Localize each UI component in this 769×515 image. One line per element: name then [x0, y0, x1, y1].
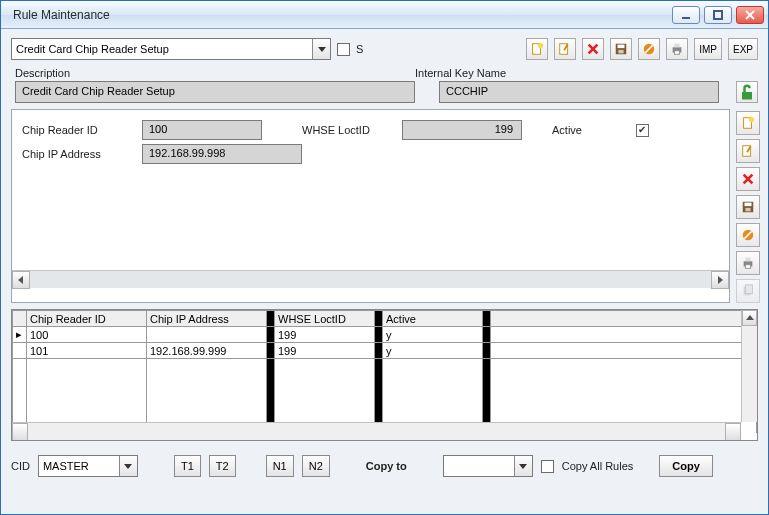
copy-all-label: Copy All Rules — [562, 460, 634, 472]
svg-rect-13 — [618, 45, 625, 49]
dropdown-icon[interactable] — [119, 456, 137, 476]
description-label: Description — [15, 67, 415, 79]
svg-point-7 — [538, 43, 543, 48]
svg-point-24 — [749, 117, 754, 122]
scroll-right-icon[interactable] — [711, 271, 729, 289]
svg-rect-38 — [745, 285, 752, 294]
n1-button[interactable]: N1 — [266, 455, 294, 477]
side-toolbar — [736, 109, 762, 303]
copy-all-checkbox[interactable] — [541, 460, 554, 473]
svg-rect-36 — [745, 265, 750, 269]
chip-ip-input[interactable]: 192.168.99.998 — [142, 144, 302, 164]
cid-label: CID — [11, 460, 30, 472]
cell-chip-ip[interactable]: 192.168.99.998 — [147, 327, 267, 343]
svg-rect-19 — [675, 51, 680, 55]
new-button[interactable] — [526, 38, 548, 60]
rule-select-value: Credit Card Chip Reader Setup — [12, 43, 312, 55]
svg-rect-14 — [619, 50, 624, 54]
print-button[interactable] — [666, 38, 688, 60]
cid-select[interactable]: MASTER — [38, 455, 138, 477]
rules-grid[interactable]: Chip Reader ID Chip IP Address WHSE Loct… — [11, 309, 758, 441]
cell-active[interactable]: y — [383, 327, 483, 343]
cell-whse-loctid[interactable]: 199 — [275, 343, 375, 359]
cell-active[interactable]: y — [383, 343, 483, 359]
dropdown-icon[interactable] — [312, 39, 330, 59]
side-delete-button[interactable] — [736, 167, 760, 191]
dropdown-icon[interactable] — [514, 456, 532, 476]
col-chip-ip[interactable]: Chip IP Address — [147, 311, 267, 327]
s-checkbox[interactable] — [337, 43, 350, 56]
side-cancel-button[interactable] — [736, 223, 760, 247]
footer-bar: CID MASTER T1 T2 N1 N2 Copy to Copy All … — [1, 451, 768, 485]
chip-ip-label: Chip IP Address — [22, 148, 142, 160]
chip-reader-id-label: Chip Reader ID — [22, 124, 142, 136]
svg-rect-1 — [682, 17, 690, 19]
grid-header-row: Chip Reader ID Chip IP Address WHSE Loct… — [13, 311, 757, 327]
svg-marker-5 — [318, 47, 326, 52]
cid-value: MASTER — [39, 460, 119, 472]
svg-rect-31 — [745, 208, 750, 212]
detail-horizontal-scrollbar[interactable] — [12, 270, 729, 288]
n2-button[interactable]: N2 — [302, 455, 330, 477]
detail-panel: Chip Reader ID 100 WHSE LoctID 199 Activ… — [11, 109, 730, 303]
lock-button[interactable] — [736, 81, 758, 103]
rule-select[interactable]: Credit Card Chip Reader Setup — [11, 38, 331, 60]
copy-to-select[interactable] — [443, 455, 533, 477]
table-row[interactable]: 101 192.168.99.999 199 y — [13, 343, 757, 359]
s-label: S — [356, 43, 363, 55]
whse-loctid-input[interactable]: 199 — [402, 120, 522, 140]
svg-rect-2 — [714, 11, 722, 19]
internal-key-label: Internal Key Name — [415, 67, 754, 79]
cell-chip-reader-id[interactable]: 100 — [27, 327, 147, 343]
t2-button[interactable]: T2 — [209, 455, 236, 477]
col-active[interactable]: Active — [383, 311, 483, 327]
active-checkbox[interactable] — [636, 124, 649, 137]
delete-button[interactable] — [582, 38, 604, 60]
cell-chip-ip[interactable]: 192.168.99.999 — [147, 343, 267, 359]
cell-chip-reader-id[interactable]: 101 — [27, 343, 147, 359]
svg-marker-21 — [18, 276, 23, 284]
t1-button[interactable]: T1 — [174, 455, 201, 477]
side-edit-button[interactable] — [736, 139, 760, 163]
description-field: Credit Card Chip Reader Setup — [15, 81, 415, 103]
minimize-button[interactable] — [672, 6, 700, 24]
side-save-button[interactable] — [736, 195, 760, 219]
svg-rect-30 — [745, 203, 752, 207]
scroll-left-icon[interactable] — [12, 271, 30, 289]
col-chip-reader-id[interactable]: Chip Reader ID — [27, 311, 147, 327]
maximize-button[interactable] — [704, 6, 732, 24]
table-row[interactable]: ▸ 100 192.168.99.998 199 y — [13, 327, 757, 343]
row-indicator-icon: ▸ — [13, 327, 27, 343]
scroll-up-icon[interactable] — [742, 310, 757, 326]
scroll-right-icon[interactable] — [725, 423, 741, 441]
cell-whse-loctid[interactable]: 199 — [275, 327, 375, 343]
top-toolbar: Credit Card Chip Reader Setup S IMP EXP — [1, 29, 768, 65]
copy-button[interactable]: Copy — [659, 455, 713, 477]
svg-marker-41 — [519, 464, 527, 469]
scroll-left-icon[interactable] — [12, 423, 28, 441]
svg-marker-22 — [718, 276, 723, 284]
export-button[interactable]: EXP — [728, 38, 758, 60]
whse-loctid-label: WHSE LoctID — [302, 124, 402, 136]
save-button[interactable] — [610, 38, 632, 60]
close-button[interactable] — [736, 6, 764, 24]
side-print-button[interactable] — [736, 251, 760, 275]
svg-marker-39 — [746, 315, 754, 320]
svg-rect-35 — [745, 258, 750, 262]
cancel-button[interactable] — [638, 38, 660, 60]
grid-horizontal-scrollbar[interactable] — [12, 422, 741, 440]
side-copy-button[interactable] — [736, 279, 760, 303]
svg-rect-18 — [675, 44, 680, 48]
copy-to-label: Copy to — [366, 460, 407, 472]
svg-rect-20 — [742, 92, 752, 100]
internal-key-field: CCCHIP — [439, 81, 719, 103]
side-new-button[interactable] — [736, 111, 760, 135]
chip-reader-id-input[interactable]: 100 — [142, 120, 262, 140]
import-button[interactable]: IMP — [694, 38, 722, 60]
window-frame: Rule Maintenance Credit Card Chip Reader… — [0, 0, 769, 515]
col-whse-loctid[interactable]: WHSE LoctID — [275, 311, 375, 327]
grid-vertical-scrollbar[interactable] — [741, 310, 757, 422]
svg-marker-40 — [124, 464, 132, 469]
titlebar: Rule Maintenance — [1, 1, 768, 29]
edit-button[interactable] — [554, 38, 576, 60]
